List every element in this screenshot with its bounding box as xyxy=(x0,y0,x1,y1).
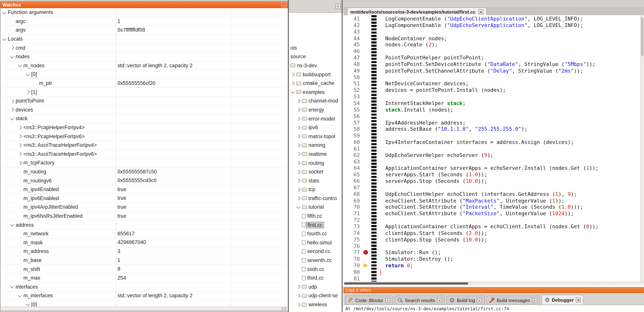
code-line[interactable]: 71 echoClient.SetAttribute ("PacketSize"… xyxy=(343,210,641,217)
tree-item-traffic-contro[interactable]: traffic-contro xyxy=(289,194,343,203)
code-line[interactable]: 66 serverApps.Stop (Seconds (10.0)); xyxy=(343,178,641,184)
breakpoint-margin[interactable] xyxy=(362,210,370,217)
tree-item-fifth-cc[interactable]: fifth.cc xyxy=(289,212,343,220)
chevron-right-icon[interactable] xyxy=(296,294,302,297)
code-line[interactable]: 65 serverApps.Start (Seconds (1.0)); xyxy=(343,171,641,178)
tree-item-tcp[interactable]: tcp xyxy=(289,185,343,194)
breakpoint-margin[interactable] xyxy=(362,191,370,197)
breakpoint-margin[interactable] xyxy=(362,94,370,100)
watch-row[interactable]: m_shift8 xyxy=(0,265,288,274)
watch-row[interactable]: m_ipv4ArpJitterEnabledtrue xyxy=(0,203,288,212)
code-line[interactable]: 57 Ipv4AddressHelper address; xyxy=(343,120,641,126)
chevron-down-icon[interactable] xyxy=(18,295,24,297)
breakpoint-margin[interactable] xyxy=(362,152,370,158)
code-line[interactable]: 48 pointToPoint.SetDeviceAttribute ("Dat… xyxy=(343,61,641,68)
chevron-down-icon[interactable] xyxy=(10,224,16,226)
code-line[interactable]: 77 Simulator::Run (); xyxy=(343,249,641,256)
watch-row[interactable]: m_address3 xyxy=(0,247,288,256)
breakpoint-margin[interactable] xyxy=(362,113,370,120)
tab-search-results[interactable]: Search results xyxy=(394,296,445,305)
code-line[interactable]: 78 Simulator::Destroy (); xyxy=(343,256,641,262)
tree-item-routing[interactable]: routing xyxy=(289,158,343,167)
watch-row[interactable]: address xyxy=(0,221,288,229)
watch-row[interactable]: [0] xyxy=(0,300,288,307)
tree-item-hello-simul[interactable]: hello-simul xyxy=(289,238,343,247)
breakpoint-margin-strip[interactable] xyxy=(370,15,377,282)
code-line[interactable]: 50 xyxy=(343,74,641,80)
chevron-down-icon[interactable] xyxy=(2,11,8,13)
breakpoint-margin[interactable] xyxy=(362,262,370,269)
chevron-right-icon[interactable] xyxy=(296,117,302,120)
breakpoint-margin[interactable] xyxy=(362,256,370,262)
code-line[interactable]: 63 xyxy=(343,158,641,165)
watch-row[interactable]: m_tcpFactory xyxy=(0,159,288,167)
code-line[interactable]: 46 xyxy=(343,48,641,55)
tree-item-examples[interactable]: examples xyxy=(289,88,343,97)
code-line[interactable]: 74 clientApps.Start (Seconds (2.0)); xyxy=(343,230,641,236)
tree-item-ols[interactable]: ols xyxy=(289,43,343,52)
code-line[interactable]: 73 ApplicationContainer clientApps = ech… xyxy=(343,223,641,230)
editor-tab[interactable]: mnt/dev/tools/source/ns-3-dev/examples/t… xyxy=(347,7,486,16)
code-line[interactable]: 41 LogComponentEnable ("UdpEchoClientApp… xyxy=(343,15,641,22)
code-line[interactable]: 62 UdpEchoServerHelper echoServer (9); xyxy=(343,152,641,158)
watch-row[interactable]: m_interfacesstd::vector of length 2, cap… xyxy=(0,292,288,300)
breakpoint-margin[interactable] xyxy=(362,269,370,275)
breakpoint-margin[interactable] xyxy=(362,15,370,22)
breakpoint-margin[interactable] xyxy=(362,61,370,68)
code-line[interactable]: 52 devices = pointToPoint.Install (nodes… xyxy=(343,87,641,94)
watch-row[interactable]: m_max254 xyxy=(0,274,288,283)
chevron-down-icon[interactable] xyxy=(296,206,302,208)
watch-row[interactable]: cmd xyxy=(0,44,288,52)
breakpoint-margin[interactable] xyxy=(362,87,370,94)
code-line[interactable]: 47 PointToPointHelper pointToPoint; xyxy=(343,55,641,61)
chevron-right-icon[interactable] xyxy=(290,73,296,76)
breakpoint-margin[interactable] xyxy=(362,158,370,165)
code-line[interactable]: 53 xyxy=(343,94,641,100)
code-line[interactable]: 64 ApplicationContainer serverApps = ech… xyxy=(343,165,641,171)
breakpoint-margin[interactable] xyxy=(362,230,370,236)
breakpoint-margin[interactable] xyxy=(362,243,370,249)
close-icon[interactable] xyxy=(282,2,287,7)
watch-row[interactable]: [0] xyxy=(0,70,288,79)
chevron-right-icon[interactable] xyxy=(296,144,302,147)
breakpoint-margin[interactable] xyxy=(362,204,370,210)
chevron-down-icon[interactable] xyxy=(26,304,31,306)
tab-build-log[interactable]: Build log xyxy=(446,296,485,305)
code-line[interactable]: 60 Ipv4InterfaceContainer interfaces = a… xyxy=(343,139,641,146)
watch-row[interactable]: <ns3::PcapHelperForIpv6> xyxy=(0,132,288,141)
breakpoint-margin[interactable] xyxy=(362,42,370,48)
chevron-right-icon[interactable] xyxy=(18,126,24,129)
watch-row[interactable]: Function arguments xyxy=(0,8,288,17)
chevron-down-icon[interactable] xyxy=(290,91,296,93)
tree-item-second-cc[interactable]: second.cc xyxy=(289,247,343,256)
code-line[interactable]: 70 echoClient.SetAttribute ("Interval", … xyxy=(343,204,641,210)
watch-row[interactable]: m_nodesstd::vector of length 2, capacity… xyxy=(0,61,288,70)
code-line[interactable]: 75 clientApps.Stop (Seconds (10.0)); xyxy=(343,236,641,243)
watch-row[interactable]: pointToPoint xyxy=(0,97,288,106)
breakpoint-margin[interactable] xyxy=(362,67,370,74)
scrollbar-thumb[interactable] xyxy=(344,283,468,285)
watch-row[interactable]: interfaces xyxy=(0,283,288,292)
tree-item-naming[interactable]: naming xyxy=(289,141,343,150)
chevron-down-icon[interactable] xyxy=(18,65,24,67)
watch-row[interactable]: stack xyxy=(0,114,288,123)
code-line[interactable]: 81 xyxy=(343,275,641,282)
breakpoint-margin[interactable] xyxy=(362,126,370,133)
tree-item-udp[interactable]: udp xyxy=(289,283,343,291)
tree-item-udp-client-se[interactable]: udp-client-se xyxy=(289,291,343,300)
breakpoint-margin[interactable] xyxy=(362,74,370,80)
watch-row[interactable]: Locals xyxy=(0,35,288,43)
close-icon[interactable] xyxy=(336,4,341,9)
chevron-right-icon[interactable] xyxy=(296,153,302,156)
chevron-right-icon[interactable] xyxy=(296,285,302,288)
breakpoint-margin[interactable] xyxy=(362,133,370,139)
pane-divider[interactable] xyxy=(342,0,342,312)
tree-item-matrix-topol[interactable]: matrix-topol xyxy=(289,132,343,141)
code-line[interactable]: 61 xyxy=(343,146,641,152)
tab-debugger[interactable]: Debugger xyxy=(542,295,584,305)
watch-row[interactable]: m_ipv4Enabledtrue xyxy=(0,185,288,194)
breakpoint-margin[interactable] xyxy=(362,139,370,146)
tree-item-third-cc[interactable]: third.cc xyxy=(289,274,343,283)
chevron-right-icon[interactable] xyxy=(18,135,24,138)
watch-row[interactable]: devices xyxy=(0,106,288,114)
